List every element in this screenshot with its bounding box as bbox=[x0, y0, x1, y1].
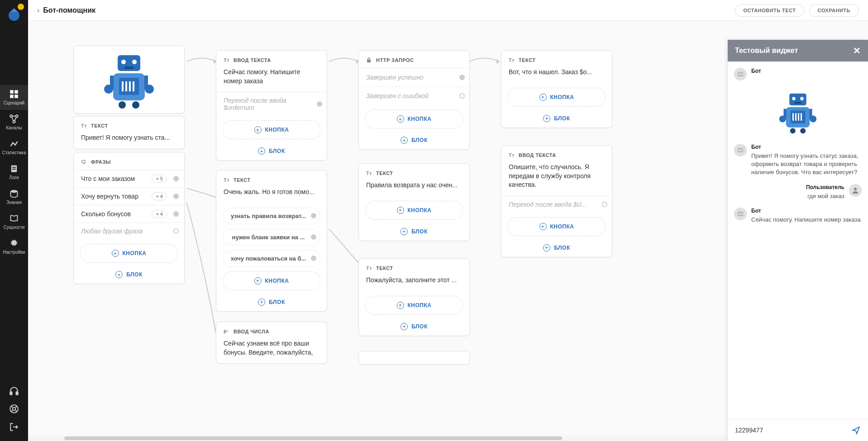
svg-rect-24 bbox=[125, 81, 127, 91]
add-block[interactable]: +БЛОК bbox=[216, 142, 327, 160]
scroll-thumb[interactable] bbox=[64, 436, 562, 440]
bot-avatar-icon bbox=[734, 144, 747, 156]
text-node-greeting[interactable]: TтТЕКСТ Привет! Я помогу узнать ста... bbox=[73, 116, 185, 149]
phrases-icon: 🗨 bbox=[81, 159, 87, 165]
headphones-icon[interactable] bbox=[9, 386, 19, 396]
nav-logs[interactable]: Логи bbox=[0, 160, 28, 185]
svg-rect-4 bbox=[14, 95, 18, 98]
phrase-row[interactable]: Хочу вернуть товар+ 4 bbox=[74, 187, 184, 205]
text-node-options[interactable]: TтТЕКСТ Очень жаль. Но я готов помо... у… bbox=[216, 170, 327, 312]
svg-point-40 bbox=[800, 97, 804, 100]
nav-knowledge[interactable]: Знания bbox=[0, 185, 28, 209]
send-icon[interactable] bbox=[852, 426, 861, 435]
svg-point-16 bbox=[13, 408, 16, 411]
add-block[interactable]: +БЛОК bbox=[359, 131, 469, 149]
text-node-result[interactable]: TтТЕКСТ Вот, что я нашел. Заказ $o... +К… bbox=[501, 50, 612, 128]
svg-rect-25 bbox=[129, 81, 131, 91]
number-icon: ₽¹ bbox=[224, 328, 230, 335]
status-success[interactable]: Завершен успешно bbox=[359, 68, 469, 86]
text-input-node[interactable]: TтВВОД ТЕКСТА Сейчас помогу. Напишите но… bbox=[216, 50, 327, 161]
svg-rect-30 bbox=[144, 76, 148, 89]
logout-icon[interactable] bbox=[9, 422, 19, 432]
option-row[interactable]: хочу пожаловаться на б... bbox=[223, 250, 320, 267]
svg-point-56 bbox=[741, 150, 742, 151]
gear-icon bbox=[10, 239, 19, 248]
plus-icon: + bbox=[401, 228, 408, 235]
svg-point-60 bbox=[741, 213, 742, 214]
stop-test-button[interactable]: ОСТАНОВИТЬ ТЕСТ bbox=[734, 4, 804, 17]
svg-point-52 bbox=[790, 128, 796, 133]
svg-rect-23 bbox=[122, 81, 124, 91]
output-port[interactable] bbox=[173, 194, 179, 199]
svg-rect-34 bbox=[367, 60, 371, 62]
chat-input[interactable] bbox=[735, 427, 846, 434]
text-icon: Tт bbox=[366, 265, 372, 271]
plus-icon: + bbox=[401, 137, 408, 144]
add-button[interactable]: +КНОПКА bbox=[508, 88, 606, 107]
output-port[interactable] bbox=[173, 211, 179, 217]
status-error[interactable]: Завершен с ошибкой bbox=[359, 86, 469, 105]
breadcrumb: › Бот-помощник bbox=[37, 6, 95, 14]
phrase-row[interactable]: Что с мои заказом+ 5 bbox=[74, 170, 184, 187]
nav-entities[interactable]: Сущности bbox=[0, 209, 28, 234]
add-button[interactable]: +КНОПКА bbox=[365, 109, 463, 128]
collapsed-node[interactable] bbox=[358, 351, 470, 365]
output-port[interactable] bbox=[311, 213, 316, 218]
chat-message-bot: Бот bbox=[734, 68, 862, 81]
svg-rect-45 bbox=[795, 113, 796, 121]
transition-row[interactable]: Переход после ввода $ordernum bbox=[216, 92, 327, 116]
add-button[interactable]: +КНОПКА bbox=[365, 201, 463, 220]
nav-label: Логи bbox=[9, 175, 19, 180]
text-input-feedback[interactable]: TтВВОД ТЕКСТА Опишите, что случилось. Я … bbox=[501, 145, 612, 257]
add-block[interactable]: +БЛОК bbox=[501, 239, 612, 257]
nav-stats[interactable]: Статистика bbox=[0, 135, 28, 160]
lock-icon bbox=[366, 57, 372, 63]
phrase-row[interactable]: Сколько бонусов+ 4 bbox=[74, 205, 184, 223]
output-port[interactable] bbox=[311, 234, 316, 240]
add-button[interactable]: +КНОПКА bbox=[80, 244, 178, 263]
output-port[interactable] bbox=[602, 202, 607, 207]
phrase-row-any[interactable]: Любая другая фраза bbox=[74, 223, 184, 239]
add-button[interactable]: +КНОПКА bbox=[365, 296, 463, 315]
svg-point-11 bbox=[11, 190, 18, 193]
svg-rect-2 bbox=[14, 90, 18, 94]
add-button[interactable]: +КНОПКА bbox=[508, 217, 606, 236]
save-button[interactable]: СОХРАНИТЬ bbox=[809, 4, 859, 17]
add-block[interactable]: +БЛОК bbox=[216, 293, 327, 311]
phrases-node[interactable]: 🗨ФРАЗЫ Что с мои заказом+ 5 Хочу вернуть… bbox=[73, 152, 185, 284]
output-port[interactable] bbox=[317, 101, 322, 107]
http-node[interactable]: HTTP ЗАПРОС Завершен успешно Завершен с … bbox=[358, 50, 470, 150]
add-block[interactable]: +БЛОК bbox=[359, 223, 469, 241]
svg-point-36 bbox=[739, 74, 740, 75]
text-node-form[interactable]: TтТЕКСТ Пожалуйста, заполните этот ... +… bbox=[358, 258, 470, 336]
nav-settings[interactable]: Настройки bbox=[0, 234, 28, 259]
nav-scenario[interactable]: Сценарий bbox=[0, 85, 28, 110]
svg-point-32 bbox=[132, 101, 139, 109]
chat-header: Тестовый виджет ✕ bbox=[728, 40, 868, 62]
number-input-node[interactable]: ₽¹ВВОД ЧИСЛА Сейчас узнаем всё про ваши … bbox=[216, 322, 327, 364]
logo[interactable] bbox=[6, 5, 22, 22]
lifering-icon[interactable] bbox=[9, 404, 19, 414]
option-row[interactable]: нужен бланк заявки на ... bbox=[223, 229, 320, 246]
svg-rect-3 bbox=[10, 95, 14, 98]
close-icon[interactable]: ✕ bbox=[853, 46, 861, 55]
option-row[interactable]: узнать правила возврат... bbox=[223, 208, 320, 224]
output-port[interactable] bbox=[173, 228, 179, 234]
add-block[interactable]: +БЛОК bbox=[74, 266, 184, 284]
svg-rect-47 bbox=[801, 113, 802, 121]
bot-avatar-icon bbox=[734, 208, 747, 220]
text-node-rules[interactable]: TтТЕКСТ Правила возврата у нас очен... +… bbox=[358, 163, 470, 241]
add-button[interactable]: +КНОПКА bbox=[223, 120, 320, 139]
add-block[interactable]: +БЛОК bbox=[359, 318, 469, 336]
add-block[interactable]: +БЛОК bbox=[501, 109, 612, 128]
output-port[interactable] bbox=[459, 93, 465, 99]
output-port[interactable] bbox=[173, 176, 179, 181]
add-button[interactable]: +КНОПКА bbox=[223, 271, 320, 290]
robot-image-node[interactable] bbox=[73, 46, 185, 114]
nav-channels[interactable]: Каналы bbox=[0, 110, 28, 135]
svg-point-19 bbox=[132, 60, 137, 64]
output-port[interactable] bbox=[311, 256, 316, 261]
output-port[interactable] bbox=[459, 75, 465, 80]
svg-rect-14 bbox=[16, 392, 18, 395]
transition-row[interactable]: Переход после ввода $cl... bbox=[501, 196, 612, 213]
